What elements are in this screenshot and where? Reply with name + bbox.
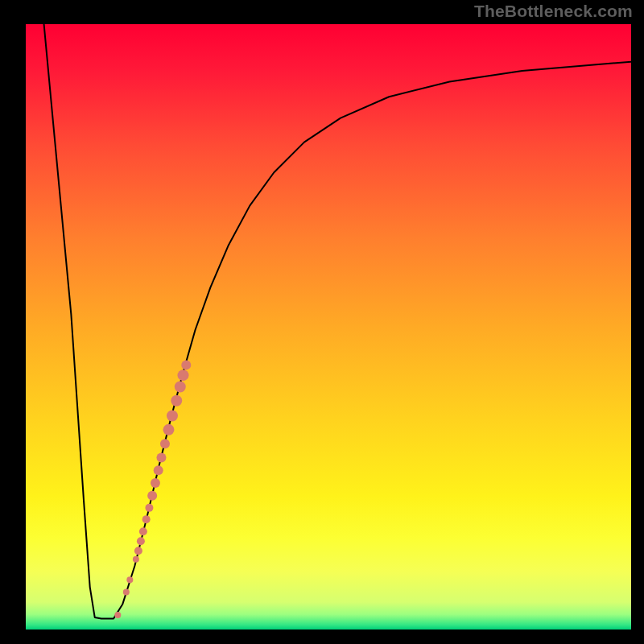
highlight-marker — [142, 515, 151, 523]
highlight-marker — [167, 411, 178, 422]
highlight-marker — [160, 439, 170, 448]
highlight-marker — [163, 424, 174, 436]
highlight-marker — [133, 556, 139, 563]
highlight-marker — [114, 612, 121, 618]
highlight-marker — [175, 381, 186, 392]
highlight-marker — [137, 537, 145, 545]
watermark-text: TheBottleneck.com — [474, 2, 633, 21]
bottleneck-curve — [44, 24, 631, 618]
highlight-marker — [178, 369, 189, 381]
chart-frame: TheBottleneck.com — [0, 0, 644, 644]
highlight-marker — [139, 527, 147, 535]
highlight-marker — [171, 395, 182, 407]
plot-area — [26, 24, 631, 630]
highlight-marker — [145, 504, 153, 512]
highlight-marker — [151, 478, 160, 488]
highlight-marker — [134, 547, 142, 555]
highlight-marker — [126, 576, 133, 583]
highlight-marker — [147, 491, 157, 501]
chart-svg — [26, 24, 631, 630]
highlight-marker — [123, 588, 130, 595]
highlight-marker — [181, 360, 191, 369]
highlight-marker — [156, 452, 166, 462]
highlight-marker — [154, 465, 163, 475]
